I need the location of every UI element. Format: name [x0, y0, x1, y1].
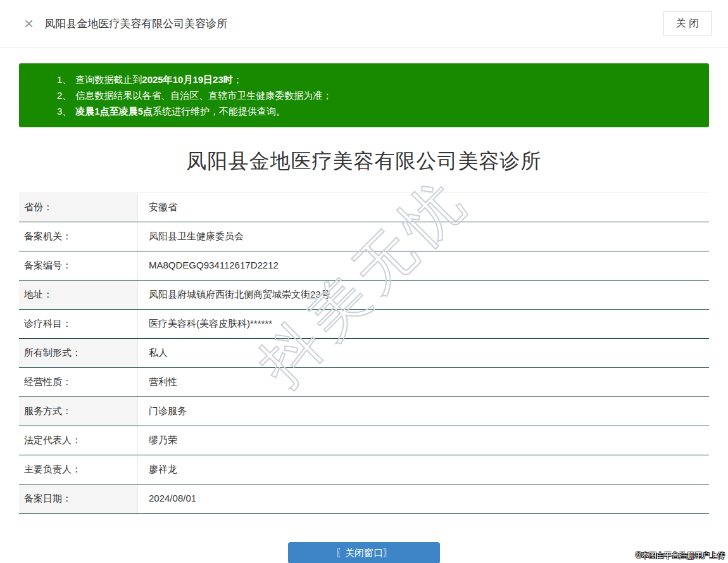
notice-line-number: 2、: [57, 90, 72, 101]
notice-line: 1、查询数据截止到2025年10月19日23时；: [57, 72, 696, 87]
notice-text-bold: 2025年10月19日23时: [142, 74, 232, 85]
notice-text: 系统进行维护，不能提供查询。: [153, 106, 286, 117]
row-value: 2024/08/01: [138, 484, 709, 513]
notice-text: ；: [233, 74, 242, 85]
notice-line: 3、凌晨1点至凌晨5点系统进行维护，不能提供查询。: [57, 103, 696, 119]
row-value: 营利性: [138, 368, 709, 396]
close-window-button[interactable]: 〖关闭窗口〗: [288, 542, 440, 563]
table-row: 省份：安徽省: [19, 193, 709, 222]
notice-line-number: 1、: [57, 74, 72, 85]
notice-text-bold: 凌晨1点至凌晨5点: [75, 106, 153, 117]
table-row: 地址：凤阳县府城镇府西街北侧商贸城崇文街23号: [19, 281, 709, 310]
table-row: 经营性质：营利性: [19, 368, 709, 397]
row-value: 门诊服务: [138, 397, 709, 426]
row-label: 诊疗科目：: [19, 310, 138, 338]
row-label: 经营性质：: [19, 368, 138, 396]
record-table: 省份：安徽省备案机关：凤阳县卫生健康委员会备案编号：MA8QDEGQ934112…: [19, 193, 709, 514]
dialog-title: 凤阳县金地医疗美容有限公司美容诊所: [44, 16, 227, 31]
row-label: 地址：: [19, 281, 138, 309]
clinic-name-title: 凤阳县金地医疗美容有限公司美容诊所: [0, 148, 728, 175]
row-label: 备案机关：: [19, 222, 138, 251]
table-row: 诊疗科目：医疗美容科(美容皮肤科)******: [19, 310, 709, 339]
row-value: 医疗美容科(美容皮肤科)******: [138, 310, 709, 338]
row-label: 备案日期：: [19, 484, 138, 513]
notice-banner: 1、查询数据截止到2025年10月19日23时； 2、信息数据结果以各省、自治区…: [19, 63, 709, 127]
table-row: 服务方式：门诊服务: [19, 397, 709, 426]
table-row: 备案机关：凤阳县卫生健康委员会: [19, 222, 709, 251]
close-icon[interactable]: ×: [24, 15, 34, 32]
row-value: MA8QDEGQ934112617D2212: [138, 251, 709, 280]
row-label: 省份：: [19, 193, 138, 222]
notice-line: 2、信息数据结果以各省、自治区、直辖市卫生健康委数据为准；: [57, 87, 696, 103]
row-label: 主要负责人：: [19, 455, 138, 484]
notice-text: 信息数据结果以各省、自治区、直辖市卫生健康委数据为准；: [75, 90, 332, 101]
row-value: 安徽省: [138, 193, 709, 222]
row-label: 法定代表人：: [19, 426, 138, 455]
row-value: 凤阳县府城镇府西街北侧商贸城崇文街23号: [138, 281, 709, 309]
dialog-header: × 凤阳县金地医疗美容有限公司美容诊所 关 闭: [0, 0, 728, 47]
notice-line-number: 3、: [57, 106, 72, 117]
footer-bar: 〖关闭窗口〗: [0, 542, 728, 563]
row-value: 凤阳县卫生健康委员会: [138, 222, 709, 251]
table-row: 主要负责人：廖祥龙: [19, 455, 709, 484]
notice-text: 查询数据截止到: [75, 74, 142, 85]
table-row: 所有制形式：私人: [19, 339, 709, 368]
row-label: 所有制形式：: [19, 339, 138, 367]
copyright-watermark: ©本图由平台注册用户上传: [636, 550, 725, 561]
table-row: 法定代表人：缪乃荣: [19, 426, 709, 455]
row-value: 私人: [138, 339, 709, 367]
row-label: 服务方式：: [19, 397, 138, 426]
table-row: 备案编号：MA8QDEGQ934112617D2212: [19, 251, 709, 281]
row-value: 缪乃荣: [138, 426, 709, 455]
table-row: 备案日期：2024/08/01: [19, 484, 709, 514]
row-value: 廖祥龙: [138, 455, 709, 484]
close-button[interactable]: 关 闭: [663, 11, 712, 35]
row-label: 备案编号：: [19, 251, 138, 280]
